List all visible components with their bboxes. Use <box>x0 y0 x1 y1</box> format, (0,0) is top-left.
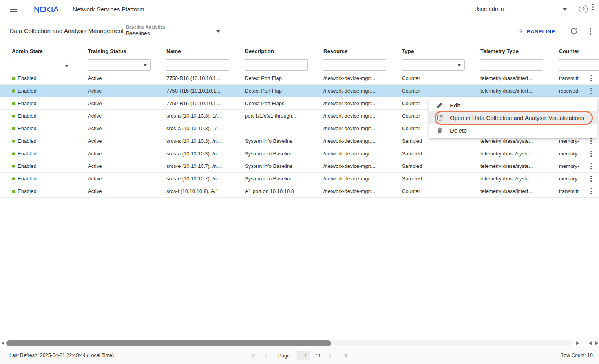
cell-telemetry-type: telemetry:/base/syste... <box>471 147 550 160</box>
view-selector-label: Baseline Analytics <box>126 25 165 29</box>
cell-type: Sampled <box>393 173 471 185</box>
cell-name: 7750-R16 (10.10.10.1... <box>157 72 236 84</box>
cell-description: System info Baseline <box>236 135 314 147</box>
hamburger-menu-icon[interactable] <box>10 7 17 12</box>
row-actions-kebab-icon[interactable] <box>590 138 592 144</box>
column-header-resource[interactable]: Resource <box>314 45 393 58</box>
cell-resource: /network-device-mgr:... <box>314 97 393 109</box>
cell-resource: /network-device-mgr:... <box>314 110 393 122</box>
menu-item-delete[interactable]: Delete <box>429 124 597 136</box>
cell-counter: transmitt <box>550 185 583 197</box>
cell-resource: /network-device-mgr:... <box>314 135 393 147</box>
filter-name-input[interactable] <box>166 59 229 71</box>
column-scroll-left-arrow-icon[interactable] <box>589 341 592 345</box>
filter-description-input[interactable] <box>245 59 308 71</box>
cell-training-status: Active <box>79 173 157 185</box>
cell-training-status: Active <box>79 110 157 122</box>
trash-icon <box>436 127 444 134</box>
row-context-menu: EditOpen in Data Collection and Analysis… <box>429 97 597 138</box>
column-scroll-right-arrow-icon[interactable] <box>595 341 598 345</box>
status-dot-icon <box>12 165 15 168</box>
filter-training-status-chevron-down-icon <box>144 64 147 66</box>
cell-type: Sampled <box>393 160 471 172</box>
table-header-row: Admin StateTraining StatusNameDescriptio… <box>0 45 599 58</box>
view-selector[interactable]: Baseline Analytics Baselines <box>126 25 165 36</box>
help-icon[interactable]: ? <box>579 5 588 13</box>
status-dot-icon <box>12 177 15 180</box>
column-header-training-status[interactable]: Training Status <box>79 45 157 58</box>
cell-admin-state: Enabled <box>0 85 79 97</box>
horizontal-scrollbar <box>0 340 599 347</box>
cell-type: Sampled <box>393 147 471 160</box>
view-selector-value: Baselines <box>126 30 165 36</box>
filter-counter-input[interactable] <box>559 59 599 71</box>
toolbar-more-options-kebab-icon[interactable] <box>590 28 592 35</box>
filter-telemetry-type-input[interactable] <box>480 59 543 71</box>
cell-type: Counter <box>393 85 471 97</box>
cell-name: sros-a (10.10.10.3), 1/... <box>157 110 236 122</box>
scroll-right-arrow-icon[interactable] <box>576 341 579 345</box>
cell-resource: /network-device-mgr:... <box>314 147 393 160</box>
filter-admin-state-select[interactable] <box>9 60 72 71</box>
table-row[interactable]: EnabledActivesros-e (10.10.10.7), /n...S… <box>0 173 599 185</box>
cell-description: A1 port on 10.10.10.8 <box>236 185 314 197</box>
page-title: Data Collection and Analysis Management <box>9 27 124 35</box>
page-label: Page: <box>278 353 291 359</box>
cell-counter: memory- <box>550 147 583 160</box>
cell-description: Detect Port Flap <box>236 72 314 84</box>
cell-name: 7750-R16 (10.10.10.1... <box>157 97 236 109</box>
next-page-button[interactable] <box>326 353 332 359</box>
table-row[interactable]: EnabledActive7750-R16 (10.10.10.1...Dete… <box>0 72 599 85</box>
filter-training-status-select[interactable] <box>88 59 151 71</box>
previous-page-button[interactable] <box>263 353 269 359</box>
table-row[interactable]: EnabledActivesros-f (10.10.10.8), A/1A1 … <box>0 185 599 198</box>
view-selector-chevron-down-icon[interactable] <box>216 30 220 33</box>
status-dot-icon <box>12 190 15 193</box>
refresh-button[interactable] <box>570 27 578 36</box>
menu-item-open-in-data[interactable]: Open in Data Collection and Analysis Vis… <box>429 111 597 124</box>
cell-name: sros-a (10.10.10.3), /n... <box>157 147 236 160</box>
cell-counter: memory- <box>550 160 583 172</box>
toolbar-divider <box>120 24 120 39</box>
last-page-button[interactable] <box>342 353 348 359</box>
scroll-left-arrow-icon[interactable] <box>2 341 4 345</box>
cell-name: 7750-R16 (10.10.10.1... <box>157 85 236 97</box>
column-header-type[interactable]: Type <box>393 45 471 58</box>
menu-item-edit[interactable]: Edit <box>429 99 597 111</box>
status-dot-icon <box>12 89 15 93</box>
page-number-input[interactable] <box>296 351 310 360</box>
row-actions-kebab-icon[interactable] <box>590 88 592 94</box>
first-page-button[interactable] <box>251 353 257 359</box>
column-header-description[interactable]: Description <box>236 45 314 58</box>
row-actions-kebab-icon[interactable] <box>590 188 592 195</box>
row-actions-kebab-icon[interactable] <box>590 176 592 182</box>
nokia-logo <box>34 5 58 13</box>
menu-item-label: Edit <box>450 102 460 109</box>
filter-type-select[interactable] <box>402 59 465 71</box>
table-row[interactable]: EnabledActivesros-e (10.10.10.7), /n...S… <box>0 160 599 173</box>
row-actions-kebab-icon[interactable] <box>590 163 592 169</box>
scrollbar-thumb[interactable] <box>6 340 331 346</box>
cell-training-status: Active <box>79 147 157 160</box>
column-header-counter[interactable]: Counter <box>550 45 583 58</box>
row-actions-kebab-icon[interactable] <box>590 151 592 157</box>
cell-training-status: Active <box>79 122 157 135</box>
filter-type-chevron-down-icon <box>458 64 461 66</box>
cell-admin-state: Enabled <box>0 160 79 172</box>
cell-type: Counter <box>393 72 471 84</box>
table-row[interactable]: EnabledActivesros-a (10.10.10.3), /n...S… <box>0 147 599 160</box>
user-menu-label[interactable]: User: admin <box>474 6 504 12</box>
row-actions-kebab-icon[interactable] <box>590 75 592 82</box>
page-total: / 1 <box>315 353 321 359</box>
cell-admin-state: Enabled <box>0 97 79 109</box>
column-settings-kebab-icon[interactable] <box>592 4 594 10</box>
cell-admin-state: Enabled <box>0 72 79 84</box>
add-baseline-button[interactable]: + BASELINE <box>517 27 557 35</box>
user-menu-chevron-down-icon[interactable] <box>563 8 567 11</box>
column-header-admin-state[interactable]: Admin State <box>0 45 79 58</box>
column-header-telemetry-type[interactable]: Telemetry Type <box>471 45 550 58</box>
column-header-name[interactable]: Name <box>157 45 236 58</box>
cell-description: System info Baseline <box>236 173 314 185</box>
filter-resource-input[interactable] <box>323 59 386 71</box>
table-row[interactable]: EnabledActive7750-R16 (10.10.10.1...Dete… <box>0 85 599 97</box>
